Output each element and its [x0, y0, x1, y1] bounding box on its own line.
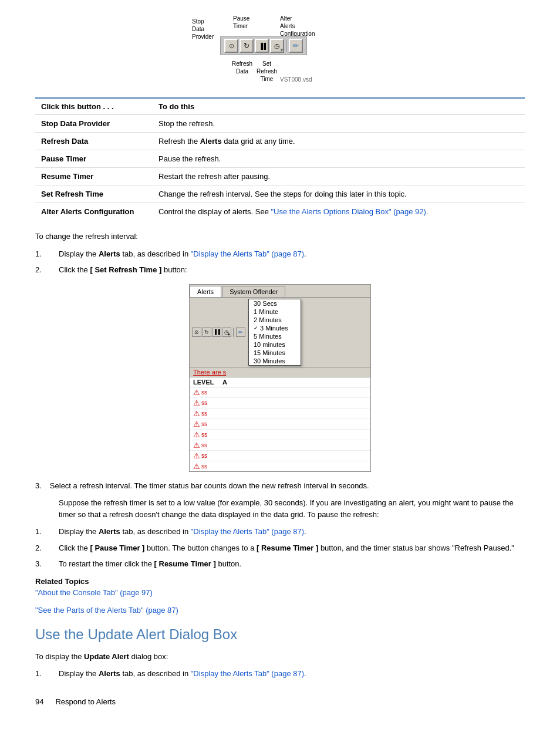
reference-table: Click this button . . . To do this Stop …: [35, 97, 525, 220]
dropdown-item-30secs[interactable]: 30 Secs: [249, 299, 301, 308]
data-row-4: ⚠ss: [190, 419, 370, 430]
dropdown-item-3min-selected[interactable]: ✓3 Minutes: [249, 324, 301, 332]
col-a-header: A: [222, 379, 240, 386]
alerts-tab[interactable]: Alerts: [190, 286, 221, 297]
refresh-time-dropdown[interactable]: 30 Secs 1 Minute 2 Minutes ✓3 Minutes 5 …: [248, 299, 301, 366]
list-item-2-2: 2. Click the [ Pause Timer ] button. The…: [35, 542, 525, 554]
table-cell-description: Restart the refresh after pausing.: [153, 168, 525, 185]
table-row: Alter Alerts Configuration Control the d…: [35, 203, 525, 221]
step-2-1-text: Display the Alerts tab, as described in …: [59, 526, 306, 538]
warn-icon-7: ⚠: [193, 451, 200, 460]
stop-btn[interactable]: ⊙: [224, 39, 238, 53]
table-cell-description: Pause the refresh.: [153, 150, 525, 168]
col-level-header: LEVEL: [193, 379, 222, 386]
pause-timer-label: PauseTimer: [233, 15, 249, 30]
warn-icon-3: ⚠: [193, 409, 200, 418]
suppose-paragraph: Suppose the refresh timer is set to a lo…: [59, 497, 525, 520]
data-row-7: ⚠ss: [190, 451, 370, 461]
toolbar-separator: [286, 40, 287, 52]
ss-btn-1[interactable]: ⊙: [192, 328, 201, 337]
app-screenshot: Alerts System Offender ⊙ ↻ ▐▐ ◷▼ ✏ 30 Se…: [189, 284, 371, 472]
step-1-text: Display the Alerts tab, as described in …: [59, 248, 306, 260]
section-step-1-number: 1.: [35, 668, 59, 680]
table-row: Pause Timer Pause the refresh.: [35, 150, 525, 168]
section-step-1: 1. Display the Alerts tab, as described …: [35, 668, 525, 680]
table-row: Stop Data Provider Stop the refresh.: [35, 115, 525, 133]
related-link-2[interactable]: "See the Parts of the Alerts Tab" (page …: [35, 606, 525, 615]
warn-icon-8: ⚠: [193, 462, 200, 471]
stop-data-provider-label: StopDataProvider: [192, 18, 214, 40]
vsd-file-label: VST008.vsd: [280, 76, 312, 83]
screenshot-toolbar: ⊙ ↻ ▐▐ ◷▼ ✏ 30 Secs 1 Minute 2 Minutes ✓…: [190, 298, 370, 367]
edit-btn[interactable]: ✏: [289, 39, 303, 53]
table-cell-button: Pause Timer: [35, 150, 153, 168]
dropdown-item-10min[interactable]: 10 minutes: [249, 340, 301, 349]
step-2-2-text: Click the [ Pause Timer ] button. The bu…: [59, 542, 514, 554]
dropdown-item-2min[interactable]: 2 Minutes: [249, 316, 301, 324]
section-steps: 1. Display the Alerts tab, as described …: [35, 668, 525, 680]
table-col1-header: Click this button . . .: [35, 98, 153, 115]
data-header-row: There are s: [190, 367, 370, 377]
screenshot-area: Alerts System Offender ⊙ ↻ ▐▐ ◷▼ ✏ 30 Se…: [35, 284, 525, 472]
display-alerts-link-section[interactable]: "Display the Alerts Tab" (page 87): [191, 669, 304, 678]
refresh-btn[interactable]: ↻: [239, 39, 254, 53]
warn-icon-6: ⚠: [193, 441, 200, 450]
steps-list-1: 1. Display the Alerts tab, as described …: [35, 248, 525, 276]
related-topics-title: Related Topics: [35, 577, 525, 586]
warn-icon-4: ⚠: [193, 420, 200, 428]
column-headers: LEVEL A: [190, 377, 370, 387]
dropdown-item-15min[interactable]: 15 Minutes: [249, 349, 301, 357]
pause-btn[interactable]: ▐▐: [255, 39, 269, 53]
ss-btn-3[interactable]: ▐▐: [212, 328, 221, 337]
alerts-options-link[interactable]: "Use the Alerts Options Dialog Box" (pag…: [271, 207, 426, 216]
footer-section-title: Respond to Alerts: [55, 697, 116, 706]
dropdown-item-30min[interactable]: 30 Minutes: [249, 357, 301, 365]
data-row-8: ⚠ss: [190, 461, 370, 471]
tab-bar: Alerts System Offender: [190, 285, 370, 298]
step-2-3-text: To restart the timer click the [ Resume …: [59, 558, 241, 570]
dropdown-item-5min[interactable]: 5 Minutes: [249, 332, 301, 340]
section-heading: Use the Update Alert Dialog Box: [35, 626, 525, 643]
data-row-2: ⚠ss: [190, 398, 370, 409]
table-cell-description: Control the display of alerts. See "Use …: [153, 203, 525, 221]
clock-btn[interactable]: ◷ ▼: [270, 39, 284, 53]
step-2-text: Click the [ Set Refresh Time ] button:: [59, 264, 187, 276]
table-row: Set Refresh Time Change the refresh inte…: [35, 185, 525, 203]
warn-icon-2: ⚠: [193, 399, 200, 407]
table-row: Refresh Data Refresh the Alerts data gri…: [35, 133, 525, 150]
step3-label: 3.Select a refresh interval. The timer s…: [35, 480, 525, 492]
data-rows: ⚠ss ⚠ss ⚠ss ⚠ss ⚠ss ⚠ss ⚠ss ⚠ss: [190, 387, 370, 471]
data-row-6: ⚠ss: [190, 440, 370, 451]
set-refresh-time-label: SetRefreshTime: [257, 60, 277, 83]
table-cell-button: Stop Data Provider: [35, 115, 153, 133]
alter-alerts-label: AlterAlertsConfiguration: [280, 15, 315, 38]
display-alerts-link-2[interactable]: "Display the Alerts Tab" (page 87): [191, 527, 304, 536]
steps-list-2: 1. Display the Alerts tab, as described …: [35, 526, 525, 570]
table-cell-description: Stop the refresh.: [153, 115, 525, 133]
list-item-2-1: 1. Display the Alerts tab, as described …: [35, 526, 525, 538]
system-offender-tab[interactable]: System Offender: [222, 286, 285, 297]
related-link-1[interactable]: "About the Console Tab" (page 97): [35, 588, 525, 597]
data-row-1: ⚠ss: [190, 387, 370, 398]
table-cell-description: Refresh the Alerts data grid at any time…: [153, 133, 525, 150]
display-alerts-tab-link-1[interactable]: "Display the Alerts Tab" (page 87): [191, 249, 304, 258]
table-cell-button: Alter Alerts Configuration: [35, 203, 153, 221]
table-row: Resume Timer Restart the refresh after p…: [35, 168, 525, 185]
section-intro: To display the Update Alert dialog box:: [35, 651, 525, 663]
warn-icon-1: ⚠: [193, 388, 200, 397]
list-item-2: 2. Click the [ Set Refresh Time ] button…: [35, 264, 525, 276]
toolbar-visual: ⊙ ↻ ▐▐ ◷ ▼ ✏: [220, 36, 307, 55]
ss-btn-4[interactable]: ◷▼: [222, 328, 231, 337]
change-interval-intro: To change the refresh interval:: [35, 231, 525, 242]
refresh-data-label: RefreshData: [232, 60, 252, 75]
ss-btn-5[interactable]: ✏: [236, 328, 245, 337]
ss-btn-2[interactable]: ↻: [202, 328, 211, 337]
related-topics: Related Topics "About the Console Tab" (…: [35, 577, 525, 615]
table-cell-button: Set Refresh Time: [35, 185, 153, 203]
warn-icon-5: ⚠: [193, 430, 200, 439]
step-2-2-number: 2.: [35, 542, 59, 554]
page-number: 94: [35, 697, 43, 706]
list-item-1: 1. Display the Alerts tab, as described …: [35, 248, 525, 260]
section-step-1-text: Display the Alerts tab, as described in …: [59, 668, 306, 680]
dropdown-item-1min[interactable]: 1 Minute: [249, 308, 301, 316]
